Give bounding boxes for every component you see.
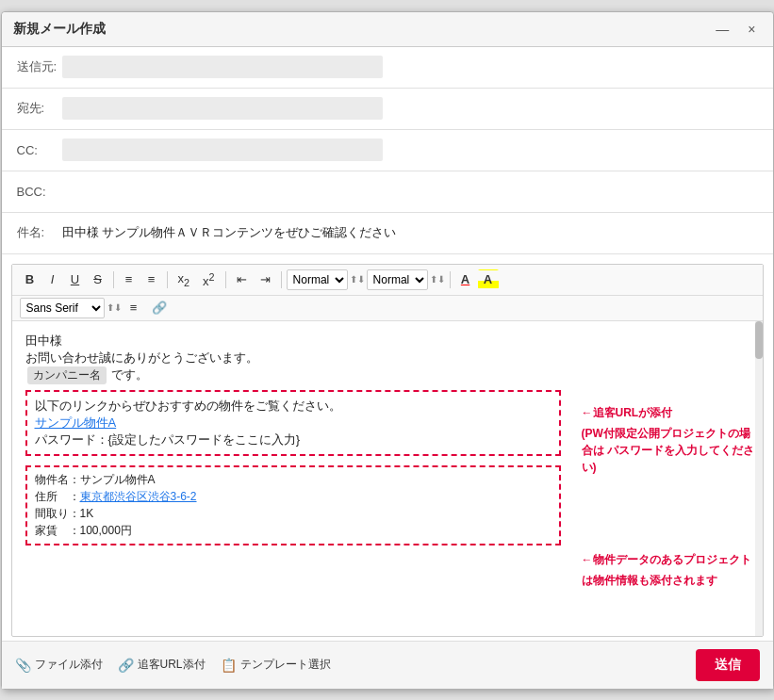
from-input[interactable] xyxy=(62,56,383,78)
link-icon: 🔗 xyxy=(118,658,134,673)
property-rent: 家賃 ：100,000円 xyxy=(35,523,552,539)
font-size-select2[interactable]: Normal xyxy=(367,269,428,290)
attach-url-button[interactable]: 🔗 追客URL添付 xyxy=(118,657,206,673)
footer-bar: 📎 ファイル添付 🔗 追客URL添付 📋 テンプレート選択 送信 xyxy=(2,641,773,689)
cc-input[interactable] xyxy=(62,138,383,161)
close-button[interactable]: × xyxy=(742,20,761,39)
font-size-arrows2: ⬆⬇ xyxy=(430,274,445,285)
property-address: 住所 ：東京都渋谷区渋谷3-6-2 xyxy=(35,489,552,505)
annotation2: ←物件データのあるプロジェクト は物件情報も添付されます xyxy=(582,551,755,589)
property-name: 物件名：サンプル物件A xyxy=(35,472,552,488)
cc-row: CC: xyxy=(2,130,773,171)
indent-button[interactable]: ⇥ xyxy=(255,269,276,289)
template-button[interactable]: 📋 テンプレート選択 xyxy=(221,657,331,673)
box1-line1: 以下のリンクからぜひおすすめの物件をご覧ください。 xyxy=(35,398,552,415)
ordered-list-button[interactable]: ≡ xyxy=(119,269,140,289)
font-family-select[interactable]: Sans Serif xyxy=(20,298,105,318)
box1-password: パスワード：{設定したパスワードをここに入力} xyxy=(35,431,552,448)
annotation2-arrow: ←物件データのあるプロジェクト xyxy=(582,551,755,568)
subject-row: 件名: 田中様 サンプル物件ＡＶＲコンテンツをぜひご確認ください xyxy=(2,213,773,254)
modal-title: 新規メール作成 xyxy=(13,21,106,38)
cc-label: CC: xyxy=(17,143,62,157)
superscript-button[interactable]: x2 xyxy=(197,269,221,291)
company-line: カンパニー名 です。 xyxy=(25,366,561,384)
url-box: 以下のリンクからぜひおすすめの物件をご覧ください。 サンプル物件A パスワード：… xyxy=(25,390,561,456)
box1-link: サンプル物件A xyxy=(35,415,552,431)
scrollbar-thumb[interactable] xyxy=(755,321,763,359)
font-size-arrows1: ⬆⬇ xyxy=(350,274,365,285)
to-input[interactable] xyxy=(62,97,383,120)
modal-controls: — × xyxy=(710,20,761,39)
underline-button[interactable]: U xyxy=(65,269,86,289)
align-button[interactable]: ≡ xyxy=(124,298,144,317)
editor-content[interactable]: 田中様 お問い合わせ誠にありがとうございます。 カンパニー名 です。 以下のリン… xyxy=(12,321,574,636)
link-button[interactable]: 🔗 xyxy=(146,298,173,317)
annotation1-arrow: ←追客URLが添付 xyxy=(582,404,755,421)
toolbar-sep1 xyxy=(113,271,114,288)
strikethrough-button[interactable]: S xyxy=(88,269,108,289)
toolbar-sep4 xyxy=(281,271,282,288)
send-button[interactable]: 送信 xyxy=(696,649,760,681)
to-row: 宛先: xyxy=(2,89,773,130)
minimize-button[interactable]: — xyxy=(710,20,734,39)
annotation1-detail: (PW付限定公開プロジェクトの場合は パスワードを入力してください) xyxy=(582,425,755,476)
template-icon: 📋 xyxy=(221,658,237,673)
property-layout: 間取り：1K xyxy=(35,506,552,522)
modal-header: 新規メール作成 — × xyxy=(2,12,773,47)
bcc-input[interactable] xyxy=(62,180,758,203)
annotation1: ←追客URLが添付 (PW付限定公開プロジェクトの場合は パスワードを入力してく… xyxy=(582,404,755,476)
property-box: 物件名：サンプル物件A 住所 ：東京都渋谷区渋谷3-6-2 間取り：1K 家賃 … xyxy=(25,465,561,545)
bcc-row: BCC: xyxy=(2,171,773,213)
paperclip-icon: 📎 xyxy=(15,658,31,673)
annotation2-detail: は物件情報も添付されます xyxy=(582,572,755,589)
toolbar-sep2 xyxy=(167,271,168,288)
property-address-link[interactable]: 東京都渋谷区渋谷3-6-2 xyxy=(80,490,197,503)
outdent-button[interactable]: ⇤ xyxy=(231,269,253,289)
subject-value: 田中様 サンプル物件ＡＶＲコンテンツをぜひご確認ください xyxy=(62,224,397,241)
editor-area: B I U S ≡ ≡ x2 x2 ⇤ ⇥ Normal ⬆⬇ Norma xyxy=(11,264,764,637)
intro-text: お問い合わせ誠にありがとうございます。 xyxy=(25,350,561,366)
modal-body: 送信元: 宛先: CC: BCC: 件名: 田中様 サンプル物件ＡＶＲコンテンツ… xyxy=(2,47,773,689)
compose-modal: 新規メール作成 — × 送信元: 宛先: CC: BCC: 件名: xyxy=(1,11,774,690)
font-size-select1[interactable]: Normal xyxy=(287,269,348,290)
footer-actions: 📎 ファイル添付 🔗 追客URL添付 📋 テンプレート選択 xyxy=(15,657,331,673)
annotation-column: ←追客URLが添付 (PW付限定公開プロジェクトの場合は パスワードを入力してく… xyxy=(574,321,763,636)
attach-file-button[interactable]: 📎 ファイル添付 xyxy=(15,657,103,673)
toolbar-row2: Sans Serif ⬆⬇ ≡ 🔗 xyxy=(12,296,763,321)
toolbar-row1: B I U S ≡ ≡ x2 x2 ⇤ ⇥ Normal ⬆⬇ Norma xyxy=(12,265,763,296)
unordered-list-button[interactable]: ≡ xyxy=(141,269,162,289)
toolbar-sep5 xyxy=(450,271,451,288)
company-tag: カンパニー名 xyxy=(27,366,107,384)
font-family-arrows: ⬆⬇ xyxy=(107,302,122,313)
subscript-button[interactable]: x2 xyxy=(173,269,196,291)
from-label: 送信元: xyxy=(17,58,62,75)
scrollbar[interactable] xyxy=(755,321,763,636)
bcc-label: BCC: xyxy=(17,185,62,199)
font-bgcolor-button[interactable]: A xyxy=(478,269,499,289)
from-row: 送信元: xyxy=(2,47,773,89)
to-label: 宛先: xyxy=(17,100,62,117)
greeting-text: 田中様 xyxy=(25,333,561,350)
font-color-button[interactable]: A xyxy=(455,269,476,289)
italic-button[interactable]: I xyxy=(42,269,63,289)
bold-button[interactable]: B xyxy=(20,269,41,289)
toolbar-sep3 xyxy=(225,271,226,288)
subject-label: 件名: xyxy=(17,224,62,241)
